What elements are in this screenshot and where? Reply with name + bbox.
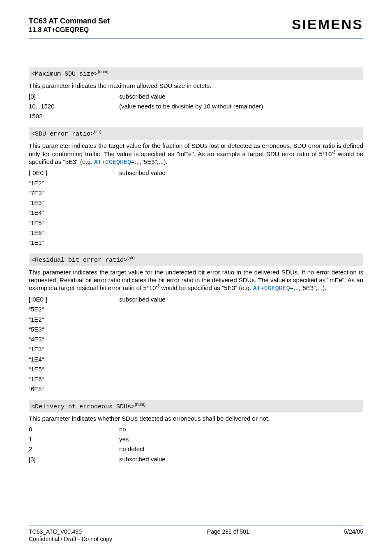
footer-rule [29, 525, 363, 526]
value-desc [119, 198, 363, 208]
table-row: “1E5“ [29, 364, 363, 374]
value-key: “1E3“ [29, 198, 119, 208]
value-key: 1502 [29, 111, 119, 121]
value-desc: no [119, 424, 363, 434]
value-desc: subscribed value [119, 454, 363, 464]
param-description: This parameter indicates the target valu… [29, 142, 363, 166]
doc-section: 11.8 AT+CGEQREQ [29, 26, 110, 34]
table-row: “1E3“ [29, 344, 363, 354]
value-key: “1E5“ [29, 218, 119, 228]
footer-date: 5/24/05 [344, 528, 363, 543]
param-heading: <SDU error ratio>(str) [29, 127, 363, 140]
value-key: [“0E0“] [29, 295, 119, 304]
table-row: 1502 [29, 111, 363, 121]
value-key: “5E3“ [29, 325, 119, 334]
value-key: “1E5“ [29, 364, 119, 374]
page-content: <Maximum SDU size>(num)This parameter in… [29, 39, 363, 525]
param-heading: <Delivery of erroneous SDUs>(num) [29, 400, 363, 413]
doc-title: TC63 AT Command Set [29, 16, 110, 26]
value-key: 2 [29, 444, 119, 454]
param-value-table: [0]subscribed value10...1520(value needs… [29, 92, 363, 122]
value-desc: subscribed value [119, 92, 363, 101]
page-header: TC63 AT Command Set 11.8 AT+CGEQREQ SIEM… [29, 16, 363, 34]
footer-confidential: Confidential / Draft - Do not copy [29, 535, 112, 543]
value-desc [119, 238, 363, 248]
value-key: “6E8“ [29, 384, 119, 394]
value-desc [119, 315, 363, 325]
param-value-table: [“0E0“]subscribed value“5E2““1E2““5E3““4… [29, 295, 363, 394]
table-row: “5E2“ [29, 304, 363, 314]
table-row: [3]subscribed value [29, 454, 363, 464]
table-row: [“0E0“]subscribed value [29, 168, 363, 178]
value-desc [119, 325, 363, 334]
value-desc [119, 111, 363, 121]
value-key: “1E6“ [29, 228, 119, 238]
param-description: This parameter indicates whether SDUs de… [29, 415, 363, 423]
table-row: “1E4“ [29, 208, 363, 218]
table-row: “1E6“ [29, 374, 363, 384]
table-row: 10...1520(value needs to be divisible by… [29, 101, 363, 111]
value-desc [119, 384, 363, 394]
value-desc: yes [119, 434, 363, 444]
table-row: “1E4“ [29, 355, 363, 364]
value-desc [119, 208, 363, 218]
value-desc [119, 344, 363, 354]
param-description: This parameter indicates the maximum all… [29, 82, 363, 90]
value-desc [119, 218, 363, 228]
value-desc [119, 188, 363, 198]
value-key: “1E2“ [29, 178, 119, 188]
value-key: [0] [29, 92, 119, 101]
table-row: “7E3“ [29, 188, 363, 198]
param-value-table: [“0E0“]subscribed value“1E2““7E3““1E3““1… [29, 168, 363, 248]
value-key: “4E3“ [29, 334, 119, 344]
table-row: “1E5“ [29, 218, 363, 228]
value-key: “1E3“ [29, 344, 119, 354]
value-desc: subscribed value [119, 295, 363, 304]
table-row: “1E6“ [29, 228, 363, 238]
value-desc: subscribed value [119, 168, 363, 178]
value-desc [119, 228, 363, 238]
value-desc [119, 178, 363, 188]
table-row: “4E3“ [29, 334, 363, 344]
footer-doc-id: TC63_ATC_V00.490 [29, 528, 112, 535]
brand-logo: SIEMENS [292, 16, 363, 32]
table-row: “1E3“ [29, 198, 363, 208]
page-footer-block: TC63_ATC_V00.490 Confidential / Draft - … [29, 525, 363, 543]
value-desc: no detect [119, 444, 363, 454]
header-left: TC63 AT Command Set 11.8 AT+CGEQREQ [29, 16, 110, 34]
value-key: 0 [29, 424, 119, 434]
table-row: “5E3“ [29, 325, 363, 334]
value-key: [“0E0“] [29, 168, 119, 178]
footer-page: Page 285 of 501 [112, 528, 344, 543]
value-desc [119, 334, 363, 344]
value-desc [119, 374, 363, 384]
table-row: [“0E0“]subscribed value [29, 295, 363, 304]
value-key: 1 [29, 434, 119, 444]
param-description: This parameter indicates the target valu… [29, 269, 363, 293]
table-row: “1E2“ [29, 315, 363, 325]
value-key: “5E2“ [29, 304, 119, 314]
table-row: “6E8“ [29, 384, 363, 394]
table-row: 1yes [29, 434, 363, 444]
param-heading: <Maximum SDU size>(num) [29, 67, 363, 80]
value-key: “7E3“ [29, 188, 119, 198]
table-row: “1E2“ [29, 178, 363, 188]
param-value-table: 0no1yes2no detect[3]subscribed value [29, 424, 363, 464]
value-key: “1E4“ [29, 208, 119, 218]
table-row: [0]subscribed value [29, 92, 363, 101]
value-key: [3] [29, 454, 119, 464]
value-desc [119, 355, 363, 364]
value-desc: (value needs to be divisible by 10 witho… [119, 101, 363, 111]
value-key: 10...1520 [29, 101, 119, 111]
value-key: “1E4“ [29, 355, 119, 364]
value-key: “1E2“ [29, 315, 119, 325]
value-key: “1E6“ [29, 374, 119, 384]
value-desc [119, 304, 363, 314]
table-row: 2no detect [29, 444, 363, 454]
param-heading: <Residual bit error ratio>(str) [29, 253, 363, 266]
value-key: “1E1“ [29, 238, 119, 248]
footer-left: TC63_ATC_V00.490 Confidential / Draft - … [29, 528, 112, 543]
page-footer: TC63_ATC_V00.490 Confidential / Draft - … [29, 528, 363, 543]
table-row: “1E1“ [29, 238, 363, 248]
table-row: 0no [29, 424, 363, 434]
